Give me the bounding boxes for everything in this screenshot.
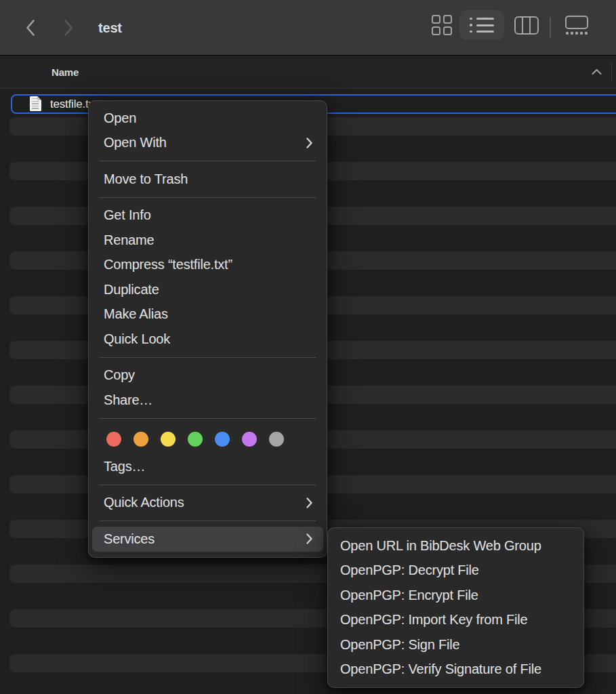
sort-ascending-icon xyxy=(591,66,602,79)
gallery-icon xyxy=(565,16,588,35)
menu-item-duplicate[interactable]: Duplicate xyxy=(89,277,327,302)
back-button[interactable] xyxy=(20,16,41,39)
tag-purple[interactable] xyxy=(242,432,257,447)
grid-icon xyxy=(432,15,452,35)
column-divider[interactable] xyxy=(611,62,612,81)
chevron-right-icon xyxy=(63,19,74,37)
name-column-header[interactable]: Name xyxy=(52,56,79,87)
menu-separator xyxy=(100,161,316,161)
menu-separator xyxy=(100,520,316,521)
tag-color-row xyxy=(89,424,327,454)
menu-separator xyxy=(100,485,316,485)
tag-blue[interactable] xyxy=(215,432,230,447)
submenu-arrow-icon xyxy=(306,497,313,509)
submenu-item-pgp-encrypt[interactable]: OpenPGP: Encrypt File xyxy=(328,583,583,608)
menu-item-get-info[interactable]: Get Info xyxy=(89,203,327,228)
list-view-button[interactable] xyxy=(459,10,504,40)
window-title: test xyxy=(98,0,122,56)
tag-yellow[interactable] xyxy=(161,432,176,447)
columns-icon xyxy=(514,16,539,35)
menu-item-open-with[interactable]: Open With xyxy=(89,131,327,156)
submenu-arrow-icon xyxy=(306,137,313,149)
menu-item-move-to-trash[interactable]: Move to Trash xyxy=(89,167,327,192)
tag-green[interactable] xyxy=(188,432,203,447)
forward-button[interactable] xyxy=(58,16,79,39)
menu-item-tags[interactable]: Tags… xyxy=(89,454,327,479)
list-icon xyxy=(470,18,494,33)
submenu-item-pgp-sign[interactable]: OpenPGP: Sign File xyxy=(328,632,583,657)
submenu-item-pgp-verify[interactable]: OpenPGP: Verify Signature of File xyxy=(328,657,583,682)
context-menu: Open Open With Move to Trash Get Info Re… xyxy=(88,100,327,558)
menu-item-quick-actions[interactable]: Quick Actions xyxy=(89,491,327,516)
menu-item-rename[interactable]: Rename xyxy=(89,228,327,253)
toolbar-divider xyxy=(550,17,551,39)
tag-red[interactable] xyxy=(106,432,121,447)
gallery-view-button[interactable] xyxy=(559,10,594,40)
chevron-left-icon xyxy=(25,19,36,37)
submenu-item-pgp-import-key[interactable]: OpenPGP: Import Key from File xyxy=(328,608,583,633)
menu-separator xyxy=(100,418,316,419)
menu-item-open[interactable]: Open xyxy=(89,106,327,131)
menu-item-share[interactable]: Share… xyxy=(89,388,327,413)
menu-item-make-alias[interactable]: Make Alias xyxy=(89,302,327,327)
menu-separator xyxy=(100,197,316,198)
icon-view-button[interactable] xyxy=(426,10,458,40)
menu-item-compress[interactable]: Compress “testfile.txt” xyxy=(89,253,327,278)
services-submenu: Open URL in BibDesk Web Group OpenPGP: D… xyxy=(327,527,584,688)
list-column-header: Name xyxy=(0,56,616,89)
tag-orange[interactable] xyxy=(134,432,148,447)
column-view-button[interactable] xyxy=(509,10,544,40)
menu-item-copy[interactable]: Copy xyxy=(89,363,327,388)
submenu-arrow-icon xyxy=(306,533,313,545)
menu-separator xyxy=(100,357,316,358)
submenu-item-bibdesk[interactable]: Open URL in BibDesk Web Group xyxy=(328,533,583,558)
submenu-item-pgp-decrypt[interactable]: OpenPGP: Decrypt File xyxy=(328,558,583,584)
menu-item-quick-look[interactable]: Quick Look xyxy=(89,327,327,352)
tag-gray[interactable] xyxy=(269,432,284,447)
toolbar: test xyxy=(0,0,616,56)
menu-item-services[interactable]: Services xyxy=(92,527,323,552)
